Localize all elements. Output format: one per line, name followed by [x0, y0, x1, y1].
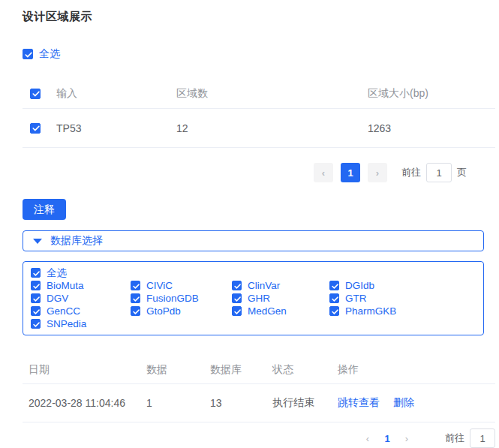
checkbox-checked-icon[interactable]	[31, 306, 41, 316]
page-number-button[interactable]: 1	[341, 163, 360, 182]
db-item-gtr[interactable]: GTR	[329, 293, 483, 305]
column-header-data: 数据	[146, 363, 210, 377]
database-collapse-bar[interactable]: 数据库选择	[23, 230, 484, 251]
row-checkbox[interactable]	[30, 123, 41, 134]
goto-label: 前往	[445, 431, 464, 445]
column-header-status: 状态	[272, 363, 338, 377]
checkbox-checked-icon[interactable]	[232, 293, 242, 303]
goto-page-group: 前往 页	[401, 163, 467, 182]
db-item-pharmgkb[interactable]: PharmGKB	[329, 305, 483, 317]
chevron-right-icon: ›	[376, 167, 379, 179]
db-item-biomuta[interactable]: BioMuta	[31, 280, 131, 292]
cell-date: 2022-03-28 11:04:46	[23, 397, 146, 409]
select-all-row: 全选	[23, 47, 499, 61]
cell-status: 执行结束	[272, 396, 338, 410]
db-select-all[interactable]: 全选	[31, 267, 483, 279]
goto-page-input[interactable]	[470, 428, 495, 448]
history-table: 日期 数据 数据库 状态 操作 2022-03-28 11:04:46 1 13…	[23, 356, 495, 422]
page-container: 设计区域展示 全选 输入 区域数 区域大小(bp) TP53 12 1263 ‹…	[0, 0, 499, 448]
db-item-gtopdb[interactable]: GtoPdb	[131, 305, 232, 317]
check-icon	[32, 124, 41, 133]
cell-region-size: 1263	[368, 122, 495, 134]
select-all-checkbox[interactable]	[23, 49, 33, 59]
design-table-pagination: ‹ 1 › 前往 页	[23, 163, 495, 182]
select-all-label: 全选	[39, 47, 60, 61]
prev-page-button[interactable]: ‹	[314, 163, 333, 182]
db-item-snpedia[interactable]: SNPedia	[31, 318, 131, 330]
cell-database: 13	[210, 397, 272, 409]
chevron-left-icon: ‹	[322, 167, 325, 179]
column-header-database: 数据库	[210, 363, 272, 377]
column-header-date: 日期	[23, 363, 146, 377]
db-item-medgen[interactable]: MedGen	[232, 305, 329, 317]
db-item-ghr[interactable]: GHR	[232, 293, 329, 305]
checkbox-checked-icon[interactable]	[329, 306, 339, 316]
history-header-row: 日期 数据 数据库 状态 操作	[23, 356, 495, 384]
goto-label: 前往	[401, 166, 421, 179]
database-checkbox-panel: 全选 BioMuta CIViC ClinVar DGIdb DGV Fusio…	[23, 261, 484, 335]
table-row: TP53 12 1263	[23, 109, 495, 148]
cell-region-count: 12	[176, 122, 368, 134]
db-item-fusiongdb[interactable]: FusionGDB	[131, 293, 232, 305]
checkbox-checked-icon[interactable]	[232, 281, 242, 290]
check-icon	[24, 50, 33, 59]
db-select-all-label: 全选	[47, 266, 67, 280]
column-header-input: 输入	[56, 87, 176, 101]
next-page-button[interactable]: ›	[398, 433, 415, 444]
goto-page-group: 前往 页	[445, 428, 499, 448]
checkbox-checked-icon[interactable]	[31, 293, 41, 303]
goto-page-input[interactable]	[426, 163, 452, 182]
column-header-region-size: 区域大小(bp)	[368, 87, 495, 101]
db-item-civic[interactable]: CIViC	[131, 280, 232, 292]
chevron-left-icon: ‹	[366, 433, 369, 444]
history-pagination: ‹ 1 › 前往 页	[23, 428, 499, 448]
checkbox-checked-icon[interactable]	[329, 293, 339, 303]
db-item-clinvar[interactable]: ClinVar	[232, 280, 329, 292]
collapse-arrow-icon	[33, 239, 42, 244]
database-collapse-label: 数据库选择	[50, 234, 103, 248]
checkbox-checked-icon[interactable]	[131, 293, 140, 303]
annotate-button[interactable]: 注释	[23, 199, 66, 220]
check-icon	[32, 269, 41, 278]
db-select-all-checkbox[interactable]	[31, 268, 41, 278]
checkbox-checked-icon[interactable]	[131, 281, 140, 290]
next-page-button[interactable]: ›	[368, 163, 387, 182]
chevron-right-icon: ›	[405, 433, 408, 444]
db-item-dgv[interactable]: DGV	[31, 293, 131, 305]
cell-actions: 跳转查看 删除	[338, 396, 495, 410]
page-title: 设计区域展示	[23, 10, 499, 24]
design-regions-table: 输入 区域数 区域大小(bp) TP53 12 1263	[23, 79, 495, 148]
prev-page-button[interactable]: ‹	[359, 433, 376, 444]
page-unit-label: 页	[457, 166, 467, 179]
checkbox-checked-icon[interactable]	[31, 319, 41, 329]
cell-input: TP53	[56, 122, 176, 134]
db-item-gencc[interactable]: GenCC	[31, 305, 131, 317]
db-item-dgidb[interactable]: DGIdb	[329, 280, 483, 292]
delete-link[interactable]: 删除	[393, 396, 414, 408]
cell-data: 1	[146, 397, 210, 409]
table-header-row: 输入 区域数 区域大小(bp)	[23, 79, 495, 109]
check-icon	[32, 89, 41, 98]
checkbox-checked-icon[interactable]	[232, 306, 242, 316]
column-header-region-count: 区域数	[176, 87, 368, 101]
page-number-button[interactable]: 1	[379, 433, 395, 444]
checkbox-checked-icon[interactable]	[131, 306, 140, 316]
checkbox-checked-icon[interactable]	[31, 281, 41, 290]
history-row: 2022-03-28 11:04:46 1 13 执行结束 跳转查看 删除	[23, 384, 495, 422]
checkbox-checked-icon[interactable]	[329, 281, 339, 290]
column-header-action: 操作	[338, 363, 495, 377]
database-grid: BioMuta CIViC ClinVar DGIdb DGV FusionGD…	[31, 279, 483, 330]
header-checkbox[interactable]	[30, 89, 41, 99]
view-link[interactable]: 跳转查看	[338, 396, 380, 408]
